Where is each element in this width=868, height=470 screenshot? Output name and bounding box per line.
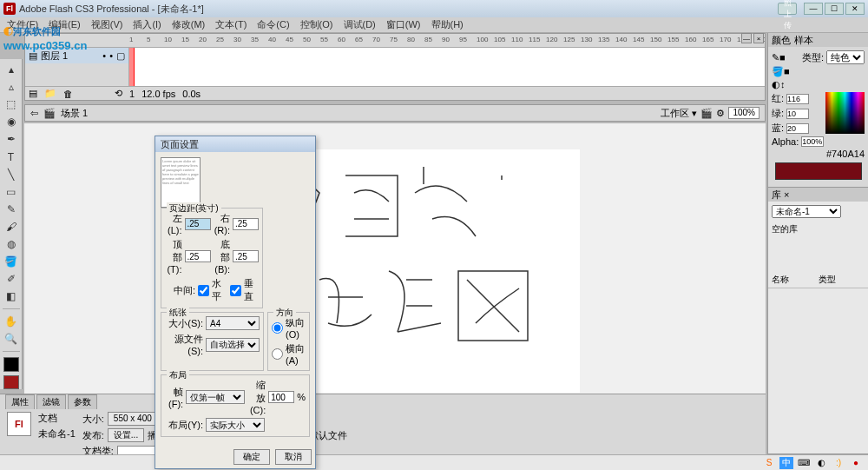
layer-visibility-icon[interactable]: • [102, 50, 106, 61]
margin-top-input[interactable] [185, 250, 211, 262]
margin-bottom-input[interactable] [233, 250, 259, 262]
panel-minimize-icon[interactable]: — [741, 33, 752, 43]
status-icon-5[interactable]: :) [832, 457, 845, 469]
panel-close-icon[interactable]: × [753, 33, 764, 43]
fill-swatch-icon[interactable]: 🪣■ [772, 66, 790, 77]
layer-lock-icon[interactable]: • [109, 50, 113, 61]
params-tab[interactable]: 参数 [68, 394, 97, 409]
ime-indicator[interactable]: 中 [779, 457, 793, 469]
margin-right-input[interactable] [233, 218, 259, 230]
filters-tab[interactable]: 滤镜 [36, 394, 66, 409]
back-icon[interactable]: ⇦ [30, 108, 38, 119]
delete-layer-icon[interactable]: 🗑 [63, 89, 73, 99]
blue-label: 蓝: [772, 122, 784, 135]
stroke-color-swatch[interactable] [3, 357, 19, 371]
lasso-tool[interactable]: ◉ [3, 115, 19, 129]
library-col-type[interactable]: 类型 [819, 274, 865, 286]
margin-top-label: 顶部(T): [165, 238, 182, 275]
status-icon-1[interactable]: S [762, 457, 776, 469]
workarea-dropdown[interactable]: 工作区 ▾ [661, 107, 697, 120]
cancel-button[interactable]: 取消 [275, 449, 312, 465]
layer-outline-icon[interactable]: ▢ [116, 50, 125, 62]
pen-tool[interactable]: ✒ [3, 132, 19, 146]
upload-button[interactable]: 拍照上传 [778, 3, 797, 15]
minimize-button[interactable]: — [804, 3, 823, 15]
orient-landscape-radio[interactable] [272, 348, 283, 360]
stroke-swatch-icon[interactable]: ✎■ [772, 52, 786, 63]
menu-commands[interactable]: 命令(C) [253, 18, 293, 31]
red-input[interactable] [786, 94, 809, 104]
timeline-frames[interactable] [129, 48, 765, 86]
eraser-tool[interactable]: ◧ [3, 289, 19, 303]
text-tool[interactable]: T [3, 149, 19, 163]
scale-input[interactable] [268, 391, 294, 403]
free-transform-tool[interactable]: ⬚ [3, 97, 19, 111]
stage-area[interactable] [24, 123, 766, 394]
current-color-preview [775, 162, 862, 180]
color-picker[interactable] [825, 92, 865, 134]
new-layer-icon[interactable]: ▤ [29, 88, 37, 99]
frames-select[interactable]: 仅第一帧 [186, 390, 245, 404]
swatches-tab[interactable]: 样本 [794, 34, 813, 47]
alpha-input[interactable] [801, 136, 824, 147]
library-doc-select[interactable]: 未命名-1 [772, 205, 841, 218]
pencil-tool[interactable]: ✎ [3, 202, 19, 216]
zoom-select[interactable]: 100% [728, 107, 760, 119]
zoom-tool[interactable]: 🔍 [3, 332, 19, 346]
symbol-selector-icon[interactable]: ⚙ [716, 108, 725, 119]
layout-select[interactable]: 实际大小 [206, 418, 265, 432]
onion-skin-icon[interactable]: ⟲ [115, 88, 122, 99]
line-tool[interactable]: ╲ [3, 168, 19, 182]
eyedropper-tool[interactable]: ✐ [3, 272, 19, 286]
status-icon-4[interactable]: ◐ [814, 457, 828, 469]
margin-left-input[interactable] [185, 218, 211, 230]
menu-help[interactable]: 帮助(H) [428, 18, 467, 31]
green-input[interactable] [786, 109, 809, 119]
center-v-checkbox[interactable] [230, 285, 241, 296]
menu-debug[interactable]: 调试(D) [340, 18, 379, 31]
close-button[interactable]: ✕ [845, 3, 865, 15]
maximize-button[interactable]: ☐ [825, 3, 844, 15]
color-panel: ✎■ 类型: 纯色 🪣■ ◐↕ 红: 绿: 蓝: Alpha: #740A14 [768, 47, 868, 187]
timeline-ruler[interactable]: 1510152025303540455055606570758085909510… [25, 34, 765, 48]
scene-selector-icon[interactable]: 🎬 [700, 108, 713, 119]
playhead[interactable] [129, 48, 135, 86]
paper-source-select[interactable]: 自动选择 [206, 338, 260, 352]
paint-bucket-tool[interactable]: 🪣 [3, 255, 19, 268]
menu-window[interactable]: 窗口(W) [383, 18, 424, 31]
paper-size-select[interactable]: A4 [206, 316, 260, 330]
orient-portrait-radio[interactable] [272, 322, 283, 334]
hex-display[interactable]: #740A14 [826, 149, 865, 159]
subselection-tool[interactable]: ▵ [3, 80, 19, 94]
right-panels: 颜色 样本 ✎■ 类型: 纯色 🪣■ ◐↕ 红: 绿: 蓝: Alpha: #7… [767, 33, 868, 454]
brush-tool[interactable]: 🖌 [3, 220, 19, 234]
ok-button[interactable]: 确定 [233, 449, 270, 465]
library-col-name[interactable]: 名称 [772, 274, 819, 286]
menu-insert[interactable]: 插入(I) [129, 18, 164, 31]
menu-modify[interactable]: 修改(M) [168, 18, 209, 31]
fill-type-select[interactable]: 纯色 [826, 50, 865, 64]
selection-tool[interactable]: ▴ [3, 63, 19, 76]
dialog-title[interactable]: 页面设置 [155, 136, 315, 152]
color-tab[interactable]: 颜色 [772, 34, 791, 47]
scene-name[interactable]: 场景 1 [61, 107, 88, 120]
paper-legend: 纸张 [167, 307, 189, 319]
fill-color-swatch[interactable] [3, 375, 19, 389]
menu-view[interactable]: 视图(V) [88, 18, 127, 31]
keyboard-icon[interactable]: ⌨ [797, 457, 811, 469]
hand-tool[interactable]: ✋ [3, 314, 19, 328]
menu-text[interactable]: 文本(T) [212, 18, 250, 31]
center-h-checkbox[interactable] [198, 285, 209, 296]
ink-bottle-tool[interactable]: ◍ [3, 237, 19, 251]
properties-tab[interactable]: 属性 [5, 394, 35, 409]
new-folder-icon[interactable]: 📁 [44, 88, 56, 99]
ruler-tick: 110 [511, 36, 523, 43]
bw-swap-icon[interactable]: ◐↕ [772, 79, 786, 90]
menu-control[interactable]: 控制(O) [297, 18, 337, 31]
status-icon-6[interactable]: ● [849, 457, 863, 469]
library-tab[interactable]: 库 × [772, 189, 789, 202]
blue-input[interactable] [786, 123, 809, 134]
time-display: 0.0s [182, 89, 201, 99]
publish-settings-button[interactable]: 设置... [108, 428, 144, 442]
rectangle-tool[interactable]: ▭ [3, 185, 19, 199]
